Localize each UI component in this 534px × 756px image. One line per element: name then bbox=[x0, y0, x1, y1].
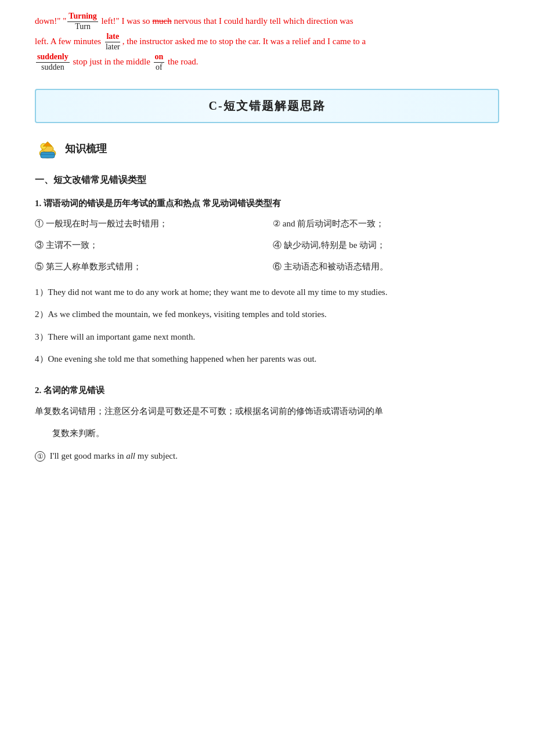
item1-text: 一般现在时与一般过去时错用； bbox=[46, 219, 168, 228]
ex3-num: 3） bbox=[35, 332, 48, 341]
noun-desc-text2: 复数来判断。 bbox=[52, 429, 104, 438]
noun-desc-text1: 单复数名词错用；注意区分名词是可数还是不可数；或根据名词前的修饰语或谓语动词的单 bbox=[35, 406, 383, 416]
section-banner: C-短文错题解题思路 bbox=[35, 89, 499, 123]
grid-item-4: ④ 缺少动词,特别是 be 动词； bbox=[273, 237, 499, 253]
ex2-text: As we climbed the mountain, we fed monke… bbox=[48, 309, 327, 319]
item6-num: ⑥ bbox=[273, 262, 282, 271]
circle-num-1: ① bbox=[35, 451, 45, 462]
passage-line3: suddenlysudden stop just in the middle o… bbox=[35, 52, 499, 73]
section1-title: 一、短文改错常见错误类型 bbox=[35, 174, 499, 186]
fraction-bottom-sudden: sudden bbox=[40, 63, 66, 73]
line3-mid: stop just in the middle bbox=[71, 57, 153, 66]
item6-text: 主动语态和被动语态错用。 bbox=[284, 262, 388, 271]
fraction-top-suddenly: suddenly bbox=[36, 52, 70, 63]
item2-text: and 前后动词时态不一致； bbox=[283, 219, 384, 228]
example-1: 1）They did not want me to do any work at… bbox=[35, 284, 499, 301]
section2: 2. 名词的常见错误 单复数名词错用；注意区分名词是可数还是不可数；或根据名词前… bbox=[35, 385, 499, 465]
fraction-top-turning: Turning bbox=[67, 12, 98, 22]
grid-item-3: ③ 主谓不一致； bbox=[35, 237, 261, 253]
section2-title: 2. 名词的常见错误 bbox=[35, 385, 499, 396]
ex1-text: They did not want me to do any work at h… bbox=[48, 287, 388, 297]
item1-num: ① bbox=[35, 219, 44, 228]
example-3: 3）There will an important game next mont… bbox=[35, 329, 499, 345]
fraction-top-on: on bbox=[154, 52, 165, 63]
grid-item-5: ⑤ 第三人称单数形式错用； bbox=[35, 259, 261, 275]
line2-prefix: left. A few minutes bbox=[35, 37, 103, 46]
item5-num: ⑤ bbox=[35, 262, 44, 271]
ex4-num: 4） bbox=[35, 354, 48, 363]
grid-item-6: ⑥ 主动语态和被动语态错用。 bbox=[273, 259, 499, 275]
noun-ex1-end: my subject. bbox=[135, 451, 178, 460]
example-2: 2）As we climbed the mountain, we fed mon… bbox=[35, 306, 499, 323]
fraction-suddenly: suddenlysudden bbox=[36, 52, 70, 73]
fraction-bottom-of: of bbox=[154, 63, 164, 73]
noun-desc2: 复数来判断。 bbox=[35, 425, 499, 442]
ex4-text: One evening she told me that something h… bbox=[48, 354, 317, 363]
noun-desc1: 单复数名词错用；注意区分名词是可数还是不可数；或根据名词前的修饰语或谓语动词的单 bbox=[35, 403, 499, 420]
knowledge-icon bbox=[35, 136, 60, 161]
passage-line2: left. A few minutes latelater, the instr… bbox=[35, 32, 499, 52]
fraction-bottom-turn: Turn bbox=[74, 22, 92, 32]
item3-num: ③ bbox=[35, 240, 44, 250]
knowledge-header: 知识梳理 bbox=[35, 136, 499, 161]
item4-text: 缺少动词,特别是 be 动词； bbox=[284, 240, 385, 250]
fraction-on: onof bbox=[154, 52, 165, 73]
noun-example-1: ① I'll get good marks in all my subject. bbox=[35, 448, 499, 465]
example-4: 4）One evening she told me that something… bbox=[35, 351, 499, 368]
fraction-bottom-later: later bbox=[104, 42, 121, 52]
knowledge-label: 知识梳理 bbox=[65, 142, 107, 156]
sub1-label: 1. 谓语动词的错误是历年考试的重点和热点 常见动词错误类型有 bbox=[35, 198, 499, 209]
item2-num: ② bbox=[273, 219, 280, 228]
line3-end: the road. bbox=[165, 57, 198, 66]
fraction-late: latelater bbox=[104, 32, 121, 52]
ex3-text: There will an important game next month. bbox=[48, 332, 196, 341]
error-types-grid: ① 一般现在时与一般过去时错用； ② and 前后动词时态不一致； ③ 主谓不一… bbox=[35, 216, 499, 275]
noun-ex1-text: I'll get good marks in bbox=[50, 451, 126, 460]
grid-item-1: ① 一般现在时与一般过去时错用； bbox=[35, 216, 261, 232]
banner-title: C-短文错题解题思路 bbox=[208, 99, 325, 112]
line1-prefix: down!" " bbox=[35, 16, 66, 26]
fraction-turning: TurningTurn bbox=[67, 12, 98, 32]
fraction-top-late: late bbox=[105, 32, 120, 42]
line1-after: nervous that I could hardly tell which d… bbox=[172, 16, 353, 26]
line1-mid: left!" I was so bbox=[99, 16, 153, 26]
ex2-num: 2） bbox=[35, 309, 48, 319]
item4-num: ④ bbox=[273, 240, 282, 250]
item3-text: 主谓不一致； bbox=[46, 240, 98, 250]
strikethrough-much: much bbox=[152, 16, 171, 26]
noun-ex1-italic: all bbox=[126, 451, 135, 460]
passage-line1: down!" "TurningTurn left!" I was so much… bbox=[35, 12, 499, 32]
line2-after: , the instructor asked me to stop the ca… bbox=[122, 37, 366, 46]
top-passage: down!" "TurningTurn left!" I was so much… bbox=[35, 12, 499, 73]
item5-text: 第三人称单数形式错用； bbox=[46, 262, 142, 271]
svg-rect-4 bbox=[41, 152, 55, 158]
ex1-num: 1） bbox=[35, 287, 48, 297]
grid-item-2: ② and 前后动词时态不一致； bbox=[273, 216, 499, 232]
